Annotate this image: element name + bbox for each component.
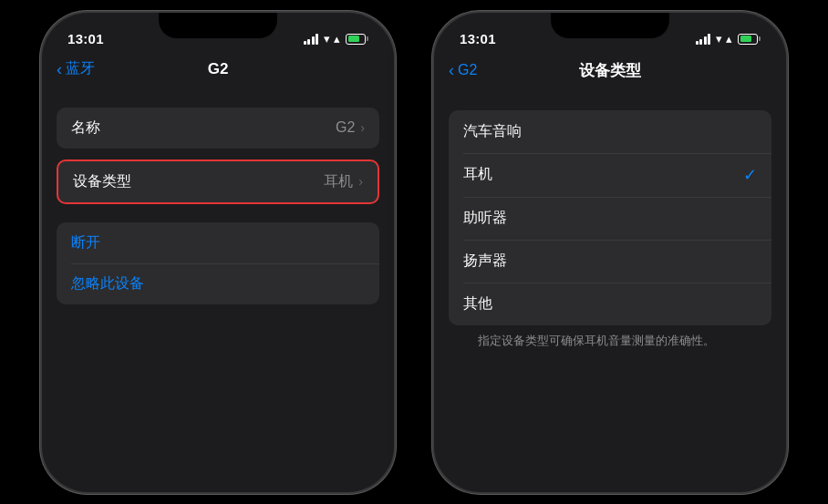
left-name-value: G2 › [336, 119, 365, 136]
left-time: 13:01 [67, 31, 104, 46]
right-status-icons: ▾ ▴ [696, 32, 761, 46]
right-back-label: G2 [458, 62, 477, 78]
right-phone-frame: 13:01 ▾ ▴ [432, 11, 788, 494]
left-back-label: 蓝牙 [66, 59, 95, 78]
left-device-type-value-text: 耳机 [324, 172, 353, 191]
right-row-hearing-aid[interactable]: 助听器 [449, 197, 771, 240]
right-back-chevron-icon: ‹ [449, 62, 454, 78]
right-device-type-list: 汽车音响 耳机 ✓ 助听器 扬声器 其他 [449, 110, 771, 360]
left-actions-group: 断开 忽略此设备 [57, 222, 379, 304]
left-name-group: 名称 G2 › [57, 108, 379, 149]
right-speaker-label: 扬声器 [463, 252, 507, 271]
left-phone-frame: 13:01 ▾ ▴ [40, 11, 396, 494]
left-wifi-icon: ▾ ▴ [324, 32, 340, 46]
right-other-label: 其他 [463, 294, 492, 314]
right-nav-bar: ‹ G2 设备类型 [434, 53, 786, 92]
left-device-type-row[interactable]: 设备类型 耳机 › [58, 161, 378, 202]
right-row-other[interactable]: 其他 [449, 283, 771, 325]
left-settings-content: 名称 G2 › 设备类型 耳机 › [42, 89, 394, 304]
left-name-row[interactable]: 名称 G2 › [57, 108, 379, 149]
right-earphones-checkmark-icon: ✓ [743, 165, 757, 185]
right-car-audio-label: 汽车音响 [463, 122, 522, 141]
left-status-bar: 13:01 ▾ ▴ [42, 13, 394, 53]
left-phone-screen: 13:01 ▾ ▴ [42, 13, 394, 492]
left-device-type-chevron-icon: › [358, 174, 363, 189]
left-name-chevron-icon: › [360, 120, 365, 135]
left-name-value-text: G2 [336, 119, 355, 136]
left-battery-icon [346, 34, 368, 45]
left-phone: 13:01 ▾ ▴ [22, 0, 414, 504]
right-row-earphones[interactable]: 耳机 ✓ [449, 153, 771, 197]
left-nav-title: G2 [208, 60, 229, 78]
left-disconnect-row[interactable]: 断开 [57, 222, 379, 263]
left-forget-row[interactable]: 忽略此设备 [57, 263, 379, 304]
right-wifi-icon: ▾ ▴ [716, 32, 732, 46]
right-hearing-aid-label: 助听器 [463, 209, 507, 228]
right-back-button[interactable]: ‹ G2 [449, 62, 477, 78]
right-nav-title: 设备类型 [579, 60, 641, 81]
right-time: 13:01 [460, 31, 496, 46]
right-footer-text: 指定设备类型可确保耳机音量测量的准确性。 [449, 325, 771, 360]
left-nav-bar: ‹ 蓝牙 G2 [42, 53, 394, 89]
left-disconnect-label: 断开 [71, 234, 100, 250]
right-status-bar: 13:01 ▾ ▴ [434, 13, 786, 53]
left-back-button[interactable]: ‹ 蓝牙 [57, 59, 95, 78]
left-device-type-value: 耳机 › [324, 172, 363, 191]
left-signal-icon [304, 34, 319, 45]
left-device-type-label: 设备类型 [73, 172, 131, 191]
right-battery-icon [738, 34, 761, 45]
right-phone-screen: 13:01 ▾ ▴ [434, 13, 786, 492]
right-row-car-audio[interactable]: 汽车音响 [449, 110, 771, 153]
right-row-speaker[interactable]: 扬声器 [449, 240, 771, 283]
right-phone: 13:01 ▾ ▴ [414, 0, 806, 504]
left-device-type-group: 设备类型 耳机 › [57, 159, 379, 204]
left-back-chevron-icon: ‹ [57, 61, 62, 77]
right-earphones-label: 耳机 [463, 165, 492, 184]
right-footer-description: 指定设备类型可确保耳机音量测量的准确性。 [478, 334, 715, 347]
left-status-icons: ▾ ▴ [304, 32, 368, 46]
left-name-label: 名称 [71, 118, 100, 138]
right-device-type-group: 汽车音响 耳机 ✓ 助听器 扬声器 其他 [449, 110, 771, 325]
right-signal-icon [696, 34, 711, 45]
left-forget-label: 忽略此设备 [71, 275, 144, 291]
